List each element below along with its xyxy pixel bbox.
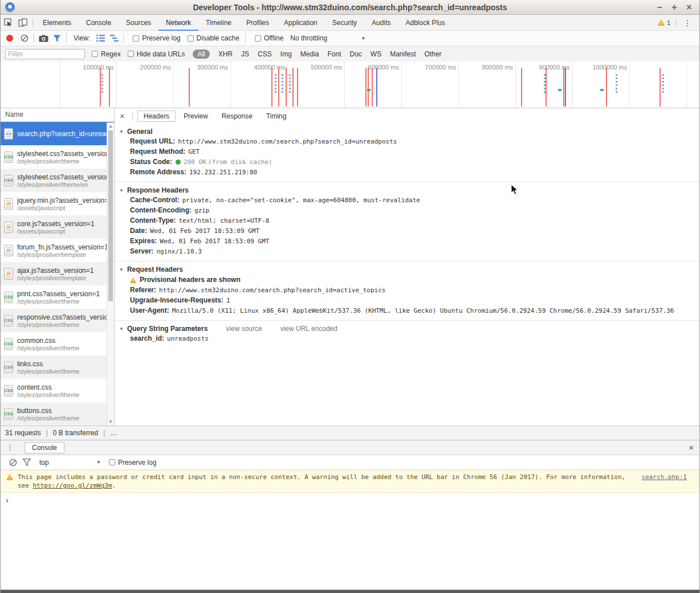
request-name: common.css [17, 337, 79, 345]
devtools-tab[interactable]: Profiles [239, 15, 276, 31]
resource-type-filter[interactable]: Media [300, 50, 319, 58]
request-row[interactable]: CSS stylesheet.css?assets_version=1 /sty… [1, 145, 114, 169]
sidebar-scrollbar[interactable]: ▲ ▼ [107, 122, 114, 426]
details-tab[interactable]: Response [216, 111, 258, 121]
warnings-badge[interactable]: 1 [654, 19, 674, 26]
clear-console-icon[interactable] [6, 456, 20, 469]
regex-checkbox-group[interactable]: Regex [92, 50, 121, 58]
file-type-icon: CSS [4, 175, 13, 186]
resource-type-filter[interactable]: XHR [218, 50, 233, 58]
header-row: Cache-Control:private, no-cache="set-coo… [130, 196, 699, 205]
view-source-link[interactable]: view source [226, 325, 262, 333]
resource-type-filter[interactable]: All [193, 50, 209, 59]
hide-data-urls-checkbox-group[interactable]: Hide data URLs [128, 50, 185, 58]
request-row[interactable]: CSS buttons.css /styles/prosilver/theme [1, 402, 114, 426]
drawer-menu-icon[interactable]: ⋮ [1, 443, 19, 452]
request-row[interactable]: CSS common.css /styles/prosilver/theme [1, 332, 114, 355]
close-button[interactable]: × [685, 3, 694, 12]
scroll-down-icon[interactable]: ▼ [107, 419, 114, 424]
inspect-element-icon[interactable] [1, 17, 15, 29]
info-link[interactable]: https://goo.gl/zmWq3m [33, 482, 112, 489]
collapse-triangle-icon: ▼ [119, 267, 124, 272]
clear-icon[interactable] [18, 32, 31, 44]
details-tab[interactable]: Timing [261, 111, 292, 121]
maximize-button[interactable]: + [670, 3, 679, 12]
list-view-icon[interactable] [93, 32, 107, 44]
console-preserve-log-group[interactable]: Preserve log [109, 459, 156, 467]
timeline-event-mark [189, 68, 190, 107]
devtools-tab[interactable]: Console [79, 15, 119, 31]
request-row[interactable]: <> search.php?search_id=unreadposts [1, 122, 114, 145]
waterfall-view-icon[interactable] [107, 32, 121, 44]
details-tab[interactable]: Headers [137, 111, 176, 122]
file-type-icon: JS [4, 198, 13, 210]
devtools-tab[interactable]: Elements [35, 15, 79, 31]
request-details-panel: × HeadersPreviewResponseTiming ▼ General… [115, 108, 699, 426]
devtools-tab[interactable]: Adblock Plus [398, 15, 452, 31]
screenshot-camera-icon[interactable] [36, 32, 50, 44]
preserve-log-checkbox[interactable] [133, 35, 139, 42]
name-column-header[interactable]: Name [1, 108, 114, 122]
devtools-menu-icon[interactable]: ⋮ [679, 18, 696, 27]
throttling-dropdown[interactable]: No throttling ▼ [290, 34, 365, 42]
minimize-button[interactable]: − [655, 3, 664, 12]
devtools-tab[interactable]: Sources [119, 15, 158, 31]
offline-checkbox[interactable] [255, 35, 261, 42]
request-row[interactable]: JS forum_fn.js?assets_version=1 /styles/… [1, 239, 114, 262]
header-row: Expires:Wed, 01 Feb 2017 18:53:09 GMT [130, 237, 699, 246]
resource-type-filter[interactable]: Doc [350, 50, 362, 58]
console-preserve-log-checkbox[interactable] [109, 459, 115, 465]
resource-type-filter[interactable]: Font [328, 50, 341, 58]
devtools-tab[interactable]: Application [276, 15, 325, 31]
request-row[interactable]: CSS links.css /styles/prosilver/theme [1, 355, 114, 379]
hide-data-urls-checkbox[interactable] [128, 51, 134, 57]
timeline-event-mark [565, 68, 566, 107]
request-path: /styles/prosilver/theme/en [17, 181, 114, 188]
preserve-log-checkbox-group[interactable]: Preserve log [133, 34, 180, 42]
execution-context-dropdown[interactable]: top ▼ [39, 459, 101, 467]
close-details-icon[interactable]: × [115, 111, 130, 121]
scroll-up-icon[interactable]: ▲ [107, 124, 114, 129]
device-toolbar-icon[interactable] [15, 17, 30, 29]
console-filter-icon[interactable] [20, 456, 34, 469]
resource-type-filter[interactable]: Img [280, 50, 292, 58]
drawer-tab-strip: ⋮ Console × [1, 440, 699, 455]
resource-type-filter[interactable]: WS [371, 50, 381, 58]
scrollbar-thumb[interactable] [108, 130, 113, 301]
offline-checkbox-group[interactable]: Offline [255, 34, 283, 42]
request-row[interactable]: CSS stylesheet.css?assets_version=1 /sty… [1, 169, 114, 192]
disable-cache-checkbox-group[interactable]: Disable cache [188, 34, 239, 42]
request-row[interactable]: CSS responsive.css?assets_versio. /style… [1, 309, 114, 332]
disable-cache-checkbox[interactable] [188, 35, 194, 42]
resource-type-filter[interactable]: Manifest [390, 50, 416, 58]
devtools-tab[interactable]: Security [325, 15, 364, 31]
response-headers-header[interactable]: ▼ Response Headers [119, 186, 699, 194]
close-drawer-icon[interactable]: × [689, 443, 694, 452]
file-type-icon: JS [4, 222, 13, 233]
general-section-header[interactable]: ▼ General [119, 128, 699, 136]
details-tab[interactable]: Preview [178, 111, 214, 121]
regex-checkbox[interactable] [92, 51, 98, 57]
console-prompt[interactable]: › [1, 493, 699, 504]
console-tab[interactable]: Console [25, 442, 64, 453]
source-location-link[interactable]: search.php:1 [642, 473, 687, 481]
devtools-tab[interactable]: Timeline [198, 15, 239, 31]
file-type-icon: <> [4, 128, 13, 140]
request-row[interactable]: JS core.js?assets_version=1 /assets/java… [1, 215, 114, 239]
filter-input[interactable] [5, 49, 85, 59]
record-button[interactable] [6, 35, 13, 42]
network-overview-timeline[interactable]: 100000 ms200000 ms300000 ms400000 ms5000… [1, 62, 699, 108]
request-row[interactable]: JS ajax.js?assets_version=1 /styles/pros… [1, 262, 114, 285]
request-row[interactable]: CSS content.css /styles/prosilver/theme [1, 379, 114, 402]
devtools-tab[interactable]: Network [158, 15, 198, 31]
request-row[interactable]: JS jquery.min.js?assets_version=1 /asset… [1, 192, 114, 215]
request-headers-header[interactable]: ▼ Request Headers [119, 265, 699, 273]
filter-funnel-icon[interactable] [50, 32, 64, 44]
view-url-encoded-link[interactable]: view URL encoded [280, 325, 337, 333]
resource-type-filter[interactable]: Other [425, 50, 442, 58]
request-row[interactable]: CSS print.css?assets_version=1 /styles/p… [1, 285, 114, 309]
devtools-tab[interactable]: Audits [364, 15, 398, 31]
resource-type-filter[interactable]: JS [241, 50, 249, 58]
chevron-down-icon: ▼ [361, 36, 365, 41]
resource-type-filter[interactable]: CSS [258, 50, 272, 58]
